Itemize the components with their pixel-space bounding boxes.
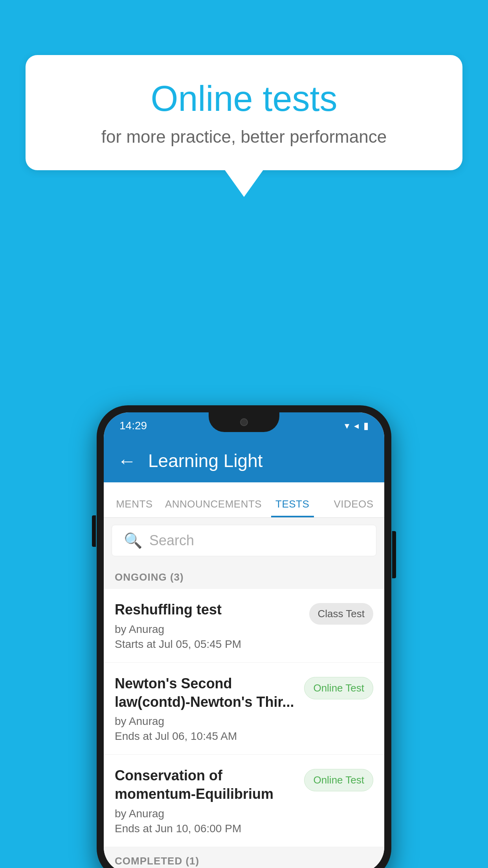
search-container: 🔍 Search [104, 518, 384, 563]
tab-tests[interactable]: TESTS [262, 498, 323, 517]
completed-section-header: COMPLETED (1) [104, 847, 384, 868]
test-item-3[interactable]: Conservation of momentum-Equilibrium by … [104, 755, 384, 847]
test-info-1: Reshuffling test by Anurag Starts at Jul… [115, 601, 301, 651]
ongoing-section-header: ONGOING (3) [104, 563, 384, 589]
phone-wrapper: 14:29 ▾ ◂ ▮ ← Learning Light MENTS [97, 405, 391, 868]
back-arrow-icon[interactable]: ← [117, 450, 136, 472]
test-date-3: Ends at Jun 10, 06:00 PM [115, 822, 296, 835]
test-name-1: Reshuffling test [115, 601, 301, 619]
test-date-1: Starts at Jul 05, 05:45 PM [115, 638, 301, 651]
test-badge-2: Online Test [304, 677, 373, 699]
bubble-arrow [224, 169, 264, 197]
search-placeholder: Search [149, 532, 194, 549]
status-icons: ▾ ◂ ▮ [345, 420, 369, 431]
phone-screen: 14:29 ▾ ◂ ▮ ← Learning Light MENTS [104, 412, 384, 868]
bubble-subtitle: for more practice, better performance [57, 127, 431, 147]
tab-ments[interactable]: MENTS [104, 498, 165, 517]
search-input[interactable]: 🔍 Search [112, 525, 376, 556]
battery-icon: ▮ [363, 420, 369, 431]
bubble-title: Online tests [57, 79, 431, 119]
search-icon: 🔍 [124, 532, 142, 549]
test-item-1[interactable]: Reshuffling test by Anurag Starts at Jul… [104, 589, 384, 663]
test-date-2: Ends at Jul 06, 10:45 AM [115, 730, 296, 743]
status-time: 14:29 [119, 419, 147, 432]
test-list: Reshuffling test by Anurag Starts at Jul… [104, 589, 384, 847]
speech-bubble-container: Online tests for more practice, better p… [26, 55, 462, 197]
app-bar: ← Learning Light [104, 439, 384, 482]
test-author-1: by Anurag [115, 623, 301, 636]
test-item-2[interactable]: Newton's Second law(contd)-Newton's Thir… [104, 663, 384, 755]
tab-videos[interactable]: VIDEOS [323, 498, 384, 517]
test-info-3: Conservation of momentum-Equilibrium by … [115, 767, 296, 835]
camera-dot [240, 418, 248, 426]
tab-bar: MENTS ANNOUNCEMENTS TESTS VIDEOS [104, 482, 384, 518]
signal-icon: ◂ [354, 420, 359, 431]
phone-outer: 14:29 ▾ ◂ ▮ ← Learning Light MENTS [97, 405, 391, 868]
test-author-3: by Anurag [115, 807, 296, 820]
test-name-2: Newton's Second law(contd)-Newton's Thir… [115, 675, 296, 712]
tab-announcements[interactable]: ANNOUNCEMENTS [165, 498, 262, 517]
test-author-2: by Anurag [115, 715, 296, 728]
status-bar: 14:29 ▾ ◂ ▮ [104, 412, 384, 439]
test-name-3: Conservation of momentum-Equilibrium [115, 767, 296, 804]
test-info-2: Newton's Second law(contd)-Newton's Thir… [115, 675, 296, 743]
test-badge-3: Online Test [304, 769, 373, 791]
speech-bubble: Online tests for more practice, better p… [26, 55, 462, 170]
test-badge-1: Class Test [309, 603, 373, 625]
wifi-icon: ▾ [345, 420, 349, 431]
notch [209, 412, 279, 432]
app-title: Learning Light [148, 450, 263, 471]
